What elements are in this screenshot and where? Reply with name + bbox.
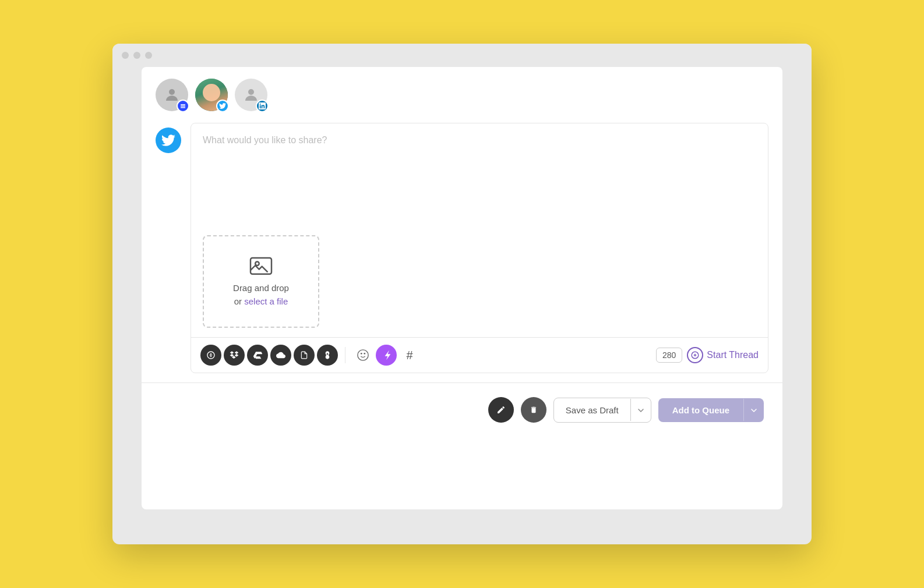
svg-rect-5 — [251, 258, 271, 274]
svg-point-0 — [169, 89, 175, 95]
char-count: 280 — [656, 348, 682, 363]
minimize-dot — [133, 52, 140, 59]
start-thread-icon — [687, 347, 703, 363]
svg-rect-2 — [181, 106, 185, 107]
start-thread-label: Start Thread — [707, 350, 759, 360]
emoji-icon — [357, 349, 369, 362]
chevron-down-icon — [638, 409, 644, 412]
copyright-icon: © — [206, 350, 216, 360]
edit-button[interactable] — [488, 397, 514, 423]
close-dot — [122, 52, 129, 59]
upload-dropzone[interactable]: Drag and drop or select a file — [203, 235, 319, 328]
compose-twitter-avatar — [156, 127, 181, 153]
app-window: Drag and drop or select a file © — [112, 44, 812, 544]
plus-circle-icon — [691, 351, 699, 359]
toolbar-left: © — [200, 345, 654, 366]
svg-rect-1 — [181, 104, 185, 105]
upload-or-text: or — [234, 296, 245, 306]
lightning-icon — [382, 350, 390, 360]
svg-text:©: © — [210, 353, 213, 357]
cloud-icon — [276, 350, 285, 360]
svg-point-4 — [248, 89, 254, 95]
account-avatar-placeholder[interactable] — [156, 79, 188, 111]
add-to-queue-btn[interactable]: Add to Queue — [658, 398, 764, 422]
titlebar — [112, 44, 812, 67]
pinwheel-icon — [323, 350, 332, 360]
add-to-queue-chevron[interactable] — [743, 399, 764, 421]
svg-point-6 — [255, 261, 259, 265]
compose-box: Drag and drop or select a file © — [191, 123, 768, 373]
twitter-icon-badge — [219, 103, 226, 109]
dropbox-icon — [230, 350, 239, 360]
toolbar-divider — [345, 347, 345, 363]
svg-rect-3 — [181, 107, 185, 108]
image-upload-icon — [249, 255, 273, 276]
twitter-badge-photo — [216, 100, 229, 112]
toolbar-right: 280 Start Thread — [656, 347, 759, 363]
lightning-button[interactable] — [376, 345, 397, 366]
chevron-down-white-icon — [751, 409, 757, 412]
hashtag-symbol: # — [406, 349, 412, 362]
file-icon — [300, 350, 308, 360]
delete-button[interactable] — [521, 397, 546, 423]
account-avatar-photo[interactable] — [195, 79, 228, 111]
emoji-button[interactable] — [352, 345, 373, 366]
select-file-link[interactable]: select a file — [244, 296, 288, 306]
footer-bar: Save as Draft Add to Queue — [142, 382, 782, 437]
buffer-badge — [177, 100, 189, 112]
maximize-dot — [145, 52, 152, 59]
compose-textarea[interactable] — [191, 123, 768, 228]
accounts-row — [142, 67, 782, 123]
buffer-icon — [179, 102, 186, 109]
file-tool-button[interactable] — [294, 345, 315, 366]
trash-icon — [530, 405, 538, 415]
dropbox-tool-button[interactable] — [224, 345, 245, 366]
svg-point-8 — [358, 350, 368, 360]
twitter-compose-icon — [161, 134, 175, 146]
window-content: Drag and drop or select a file © — [142, 67, 782, 509]
hashtag-button[interactable]: # — [399, 345, 420, 366]
pencil-icon — [496, 405, 506, 415]
drag-drop-text: Drag and drop — [233, 283, 289, 293]
linkedin-icon-badge — [259, 102, 266, 109]
google-drive-icon — [253, 350, 262, 360]
copyright-tool-button[interactable]: © — [200, 345, 221, 366]
save-draft-label[interactable]: Save as Draft — [554, 398, 630, 422]
start-thread-button[interactable]: Start Thread — [687, 347, 759, 363]
cloud-tool-button[interactable] — [270, 345, 291, 366]
pinwheel-tool-button[interactable] — [317, 345, 338, 366]
upload-text: Drag and drop or select a file — [233, 282, 289, 308]
add-to-queue-label[interactable]: Add to Queue — [658, 398, 743, 422]
linkedin-badge — [256, 100, 269, 112]
compose-toolbar: © — [191, 337, 768, 373]
save-draft-chevron[interactable] — [630, 399, 651, 421]
account-avatar-linkedin[interactable] — [235, 79, 267, 111]
compose-area: Drag and drop or select a file © — [142, 123, 782, 373]
save-draft-btn[interactable]: Save as Draft — [553, 398, 651, 423]
google-drive-tool-button[interactable] — [247, 345, 268, 366]
